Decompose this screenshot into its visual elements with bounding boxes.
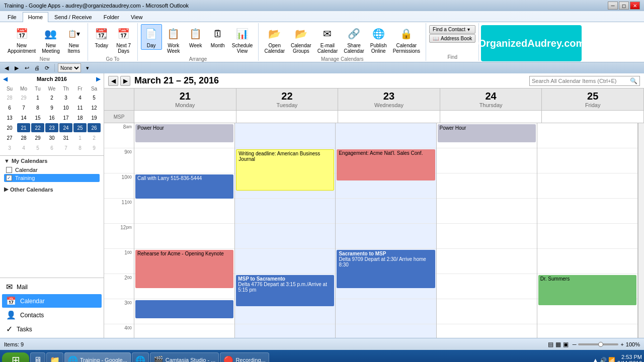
tab-view[interactable]: View bbox=[125, 12, 148, 22]
cal-day[interactable]: 20 bbox=[3, 123, 16, 132]
cal-day[interactable]: 5 bbox=[88, 93, 101, 102]
cal-day[interactable]: 13 bbox=[3, 113, 16, 122]
allday-cell-wed[interactable] bbox=[338, 111, 440, 123]
new-appointment-button[interactable]: 📅 NewAppointment bbox=[5, 24, 38, 55]
cal-day[interactable]: 6 bbox=[45, 143, 58, 152]
cal-day[interactable]: 3 bbox=[3, 143, 16, 152]
cal-day[interactable]: 28 bbox=[17, 133, 30, 142]
taskbar-file-explorer[interactable]: 📁 bbox=[46, 352, 63, 362]
cal-day[interactable]: 22 bbox=[31, 123, 44, 132]
start-button[interactable]: ⊞ bbox=[2, 352, 29, 362]
qat-print-button[interactable]: 🖨 bbox=[32, 63, 41, 72]
event-3pm-mon[interactable] bbox=[135, 300, 233, 318]
taskbar-windows-explorer[interactable]: 🖥 bbox=[30, 352, 45, 362]
cal-day[interactable]: 31 bbox=[59, 133, 72, 142]
share-calendar-button[interactable]: 🔗 ShareCalendar bbox=[341, 24, 367, 55]
tab-send-receive[interactable]: Send / Receive bbox=[49, 12, 98, 22]
tab-home[interactable]: Home bbox=[23, 12, 48, 22]
cal-day[interactable]: 28 bbox=[3, 93, 16, 102]
new-meeting-button[interactable]: 👥 NewMeeting bbox=[39, 24, 62, 55]
event-power-hour-thu[interactable]: Power Hour bbox=[438, 124, 536, 142]
mini-calendar-prev-button[interactable]: ◀ bbox=[2, 75, 9, 82]
event-engagement-acme[interactable]: Engagement: Acme Nat'l. Sales Conf. bbox=[337, 149, 435, 180]
qat-forward-button[interactable]: ▶ bbox=[12, 63, 21, 72]
oa-logo[interactable]: OrganizedAudrey.com bbox=[481, 25, 582, 61]
cal-day[interactable]: 19 bbox=[88, 113, 101, 122]
cal-day[interactable]: 18 bbox=[73, 113, 87, 122]
week-button[interactable]: 📋 Week bbox=[185, 24, 206, 50]
cal-day[interactable]: 9 bbox=[45, 103, 58, 112]
cal-day[interactable]: 30 bbox=[45, 133, 58, 142]
cal-day[interactable]: 12 bbox=[88, 103, 101, 112]
cal-day[interactable]: 21 bbox=[17, 123, 30, 132]
nav-tasks-button[interactable]: ✓ Tasks bbox=[2, 322, 102, 336]
calendar-checkbox[interactable] bbox=[6, 167, 12, 173]
category-select[interactable]: None bbox=[58, 63, 81, 72]
new-items-button[interactable]: 📋▾ NewItems bbox=[63, 24, 85, 55]
taskbar-training-window[interactable]: 🌐 Training - Google... bbox=[64, 352, 131, 362]
calendar-item-training[interactable]: Training bbox=[4, 174, 100, 182]
cal-day[interactable]: 7 bbox=[17, 103, 30, 112]
work-week-button[interactable]: 📋 WorkWeek bbox=[163, 24, 184, 55]
cal-day[interactable]: 7 bbox=[59, 143, 72, 152]
cal-day[interactable]: 11 bbox=[73, 103, 87, 112]
day-column-friday[interactable]: Dr. Summers bbox=[537, 123, 638, 338]
cal-day[interactable]: 23 bbox=[45, 123, 58, 132]
status-view-btn-2[interactable]: ▦ bbox=[555, 341, 561, 348]
zoom-slider[interactable] bbox=[578, 343, 618, 345]
allday-cell-thu[interactable] bbox=[440, 111, 542, 123]
cal-day[interactable]: 2 bbox=[45, 93, 58, 102]
restore-button[interactable]: ◻ bbox=[619, 2, 629, 10]
schedule-view-button[interactable]: 📊 ScheduleView bbox=[229, 24, 256, 55]
cal-day[interactable]: 2 bbox=[88, 133, 101, 142]
status-view-btn-3[interactable]: ▣ bbox=[563, 341, 569, 348]
day-column-tuesday[interactable]: Writing deadline: American Business Jour… bbox=[235, 123, 336, 338]
cal-day[interactable]: 9 bbox=[88, 143, 101, 152]
address-book-button[interactable]: 📖 Address Book bbox=[429, 34, 475, 43]
next-7-days-button[interactable]: 📅 Next 7Days bbox=[113, 24, 134, 55]
qat-undo-button[interactable]: ↩ bbox=[22, 63, 31, 72]
cal-day[interactable]: 17 bbox=[59, 113, 72, 122]
cal-day[interactable]: 24 bbox=[59, 123, 72, 132]
event-power-hour-mon[interactable]: Power Hour bbox=[135, 124, 233, 142]
status-view-btn-1[interactable]: ▤ bbox=[548, 341, 553, 348]
cal-day[interactable]: 10 bbox=[59, 103, 72, 112]
cal-day[interactable]: 5 bbox=[31, 143, 44, 152]
find-contact-button[interactable]: Find a Contact ▾ bbox=[429, 25, 475, 34]
taskbar-camtasia[interactable]: 🎬 Camtasia Studio - ... bbox=[150, 352, 219, 362]
taskbar-ie[interactable]: 🌐 bbox=[132, 352, 149, 362]
cal-day[interactable]: 14 bbox=[17, 113, 30, 122]
calendar-item-calendar[interactable]: Calendar bbox=[4, 166, 100, 174]
publish-online-button[interactable]: 🌐 PublishOnline bbox=[368, 24, 389, 55]
cal-day[interactable]: 29 bbox=[31, 133, 44, 142]
cal-day[interactable]: 4 bbox=[73, 93, 87, 102]
calendar-groups-button[interactable]: 📂 CalendarGroups bbox=[288, 24, 314, 55]
email-calendar-button[interactable]: ✉ E-mailCalendar bbox=[315, 24, 341, 55]
allday-cell-mon[interactable] bbox=[134, 111, 236, 123]
month-button[interactable]: 🗓 Month bbox=[207, 24, 228, 50]
my-calendars-header[interactable]: ▼ My Calendars bbox=[4, 158, 100, 164]
cal-day[interactable]: 15 bbox=[31, 113, 44, 122]
nav-mail-button[interactable]: ✉ Mail bbox=[2, 280, 102, 294]
cal-day[interactable]: 29 bbox=[17, 93, 30, 102]
close-button[interactable]: ✕ bbox=[630, 2, 640, 10]
calendar-permissions-button[interactable]: 🔒 CalendarPermissions bbox=[390, 24, 423, 55]
day-column-thursday[interactable]: Power Hour bbox=[437, 123, 537, 338]
other-calendars-header[interactable]: ▶ Other Calendars bbox=[4, 186, 100, 193]
calendar-search-input[interactable] bbox=[530, 77, 628, 85]
day-column-wednesday[interactable]: Engagement: Acme Nat'l. Sales Conf. Sacr… bbox=[336, 123, 436, 338]
training-checkbox[interactable] bbox=[6, 175, 12, 181]
event-call-larry[interactable]: Call with Larry 515-836-5444 bbox=[135, 174, 233, 199]
open-calendar-button[interactable]: 📂 OpenCalendar bbox=[262, 24, 287, 55]
cal-day[interactable]: 8 bbox=[31, 103, 44, 112]
taskbar-recording[interactable]: 🔴 Recording... bbox=[220, 352, 269, 362]
calendar-next-button[interactable]: ▶ bbox=[120, 76, 130, 86]
event-dr-summers[interactable]: Dr. Summers bbox=[538, 275, 636, 305]
qat-sync-button[interactable]: ⟳ bbox=[42, 63, 51, 72]
day-view-button[interactable]: 📄 Day bbox=[141, 24, 162, 50]
cal-day[interactable]: 16 bbox=[45, 113, 58, 122]
nav-contacts-button[interactable]: 👤 Contacts bbox=[2, 308, 102, 322]
nav-calendar-button[interactable]: 📅 Calendar bbox=[2, 294, 102, 308]
calendar-search[interactable]: 🔍 bbox=[529, 76, 640, 86]
cal-day[interactable]: 1 bbox=[73, 133, 87, 142]
